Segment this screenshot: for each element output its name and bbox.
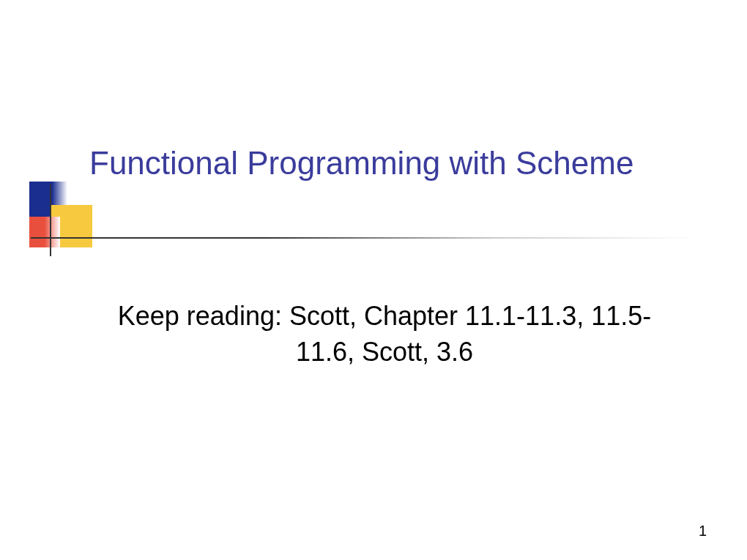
red-square-shape: [29, 217, 60, 247]
horizontal-divider: [31, 237, 696, 239]
vertical-divider: [50, 184, 51, 256]
slide-container: Functional Programming with Scheme Keep …: [0, 0, 747, 560]
page-number: 1: [699, 523, 707, 540]
slide-body-text: Keep reading: Scott, Chapter 11.1-11.3, …: [117, 299, 652, 370]
slide-title: Functional Programming with Scheme: [89, 143, 688, 183]
title-area: Functional Programming with Scheme: [89, 143, 688, 183]
title-decoration: [29, 182, 88, 255]
